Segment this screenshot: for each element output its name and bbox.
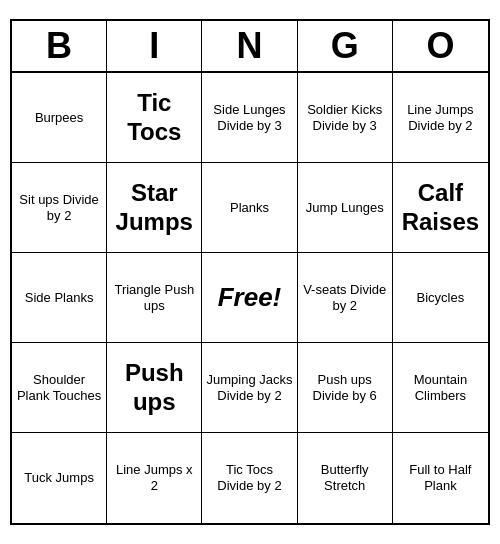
- bingo-cell-14: Bicycles: [393, 253, 488, 343]
- bingo-cell-4: Line Jumps Divide by 2: [393, 73, 488, 163]
- bingo-cell-11: Triangle Push ups: [107, 253, 202, 343]
- header-letter-o: O: [393, 21, 488, 71]
- bingo-cell-2: Side Lunges Divide by 3: [202, 73, 297, 163]
- bingo-cell-1: Tic Tocs: [107, 73, 202, 163]
- bingo-cell-20: Tuck Jumps: [12, 433, 107, 523]
- bingo-card: BINGO BurpeesTic TocsSide Lunges Divide …: [10, 19, 490, 525]
- bingo-cell-21: Line Jumps x 2: [107, 433, 202, 523]
- bingo-cell-19: Mountain Climbers: [393, 343, 488, 433]
- bingo-cell-7: Planks: [202, 163, 297, 253]
- header-letter-b: B: [12, 21, 107, 71]
- bingo-cell-8: Jump Lunges: [298, 163, 393, 253]
- header-letter-i: I: [107, 21, 202, 71]
- bingo-cell-6: Star Jumps: [107, 163, 202, 253]
- bingo-cell-16: Push ups: [107, 343, 202, 433]
- bingo-header: BINGO: [12, 21, 488, 73]
- bingo-cell-17: Jumping Jacks Divide by 2: [202, 343, 297, 433]
- bingo-cell-22: Tic Tocs Divide by 2: [202, 433, 297, 523]
- bingo-grid: BurpeesTic TocsSide Lunges Divide by 3So…: [12, 73, 488, 523]
- header-letter-g: G: [298, 21, 393, 71]
- bingo-cell-15: Shoulder Plank Touches: [12, 343, 107, 433]
- bingo-cell-12: Free!: [202, 253, 297, 343]
- bingo-cell-0: Burpees: [12, 73, 107, 163]
- bingo-cell-3: Soldier Kicks Divide by 3: [298, 73, 393, 163]
- bingo-cell-13: V-seats Divide by 2: [298, 253, 393, 343]
- bingo-cell-9: Calf Raises: [393, 163, 488, 253]
- bingo-cell-18: Push ups Divide by 6: [298, 343, 393, 433]
- bingo-cell-24: Full to Half Plank: [393, 433, 488, 523]
- bingo-cell-5: Sit ups Divide by 2: [12, 163, 107, 253]
- bingo-cell-10: Side Planks: [12, 253, 107, 343]
- bingo-cell-23: Butterfly Stretch: [298, 433, 393, 523]
- header-letter-n: N: [202, 21, 297, 71]
